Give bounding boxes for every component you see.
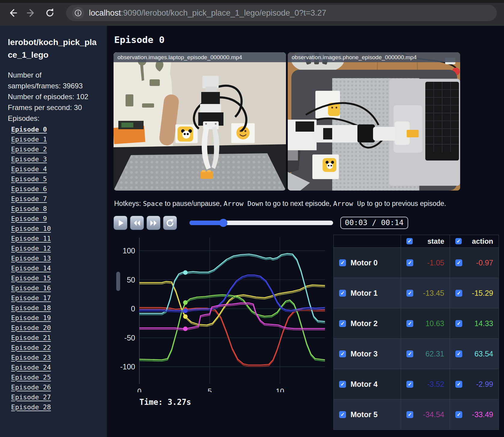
state-checkbox[interactable]: ✓	[406, 290, 413, 297]
episode-list-item: Episode 3	[8, 154, 100, 164]
state-checkbox[interactable]: ✓	[406, 411, 413, 418]
back-button[interactable]	[6, 6, 19, 20]
episode-link-episode-0[interactable]: Episode 0	[11, 126, 47, 133]
action-value: -33.49	[472, 410, 493, 419]
rewind-button[interactable]	[130, 216, 144, 230]
episode-link-episode-15[interactable]: Episode 15	[11, 274, 51, 282]
motor-label: Motor 2	[351, 319, 378, 328]
motor-checkbox[interactable]: ✓	[339, 320, 346, 327]
episode-link-episode-10[interactable]: Episode 10	[11, 225, 51, 232]
episode-link-episode-26[interactable]: Episode 26	[11, 384, 51, 391]
state-checkbox[interactable]: ✓	[406, 381, 413, 388]
state-checkbox[interactable]: ✓	[406, 259, 413, 266]
video-laptop-cam: observation.images.laptop_episode_000000…	[114, 52, 286, 191]
motor-label: Motor 3	[351, 350, 378, 358]
episode-link-episode-21[interactable]: Episode 21	[11, 334, 51, 341]
motor-checkbox[interactable]: ✓	[339, 381, 346, 388]
episode-link-episode-3[interactable]: Episode 3	[11, 155, 47, 163]
episode-list-item: Episode 28	[8, 402, 100, 412]
episode-link-episode-9[interactable]: Episode 9	[11, 215, 47, 222]
episode-list-item: Episode 20	[8, 323, 100, 333]
episode-link-episode-22[interactable]: Episode 22	[11, 344, 51, 351]
episode-link-episode-12[interactable]: Episode 12	[11, 245, 51, 252]
action-checkbox[interactable]: ✓	[455, 320, 462, 327]
slider-thumb[interactable]	[219, 219, 227, 227]
video-phone-cam: observation.images.phone_episode_000000.…	[288, 52, 460, 191]
episode-link-episode-20[interactable]: Episode 20	[11, 324, 51, 332]
action-checkbox[interactable]: ✓	[455, 411, 462, 418]
scrollbar-thumb[interactable]	[116, 272, 120, 291]
episode-list: Episode 0Episode 1Episode 2Episode 3Epis…	[8, 124, 100, 412]
motor-checkbox[interactable]: ✓	[339, 411, 346, 418]
action-checkbox[interactable]: ✓	[455, 259, 462, 266]
xtick-10: 10	[276, 387, 284, 392]
episode-list-item: Episode 16	[8, 283, 100, 293]
loop-button[interactable]	[163, 216, 177, 230]
dataset-info: Number of samples/frames: 39693 Number o…	[8, 70, 94, 124]
ytick-100: 100	[123, 246, 135, 255]
episode-link-episode-8[interactable]: Episode 8	[11, 205, 47, 212]
site-info-icon[interactable]	[72, 7, 84, 19]
episode-link-episode-25[interactable]: Episode 25	[11, 374, 51, 381]
current-time-dot-motor-4	[183, 309, 188, 313]
ytick--50: -50	[124, 334, 135, 342]
motor-row-motor-3: ✓Motor 3✓62.31✓63.54	[334, 339, 499, 369]
state-checkbox[interactable]: ✓	[406, 350, 413, 357]
time-display: 00:03 / 00:14	[340, 217, 408, 229]
episode-link-episode-13[interactable]: Episode 13	[11, 255, 51, 262]
motor-name-cell: ✓Motor 5	[334, 399, 401, 430]
action-column-checkbox[interactable]: ✓	[455, 238, 462, 244]
episode-link-episode-7[interactable]: Episode 7	[11, 195, 47, 203]
motor-checkbox[interactable]: ✓	[339, 290, 346, 297]
motor-name-cell: ✓Motor 1	[334, 278, 401, 308]
episode-link-episode-18[interactable]: Episode 18	[11, 304, 51, 312]
action-checkbox[interactable]: ✓	[455, 350, 462, 357]
episode-link-episode-6[interactable]: Episode 6	[11, 185, 47, 193]
current-time-dot-motor-2	[183, 300, 188, 305]
motor-checkbox[interactable]: ✓	[339, 259, 346, 266]
header-empty	[334, 235, 401, 248]
info-fps: Frames per second: 30	[8, 102, 94, 113]
action-value-cell: ✓-15.29	[450, 278, 499, 308]
state-column-checkbox[interactable]: ✓	[406, 238, 413, 244]
reload-button[interactable]	[43, 6, 56, 20]
episode-link-episode-14[interactable]: Episode 14	[11, 264, 51, 272]
action-checkbox[interactable]: ✓	[455, 381, 462, 388]
state-value: -34.54	[423, 410, 444, 419]
episode-link-episode-2[interactable]: Episode 2	[11, 145, 47, 153]
episode-link-episode-1[interactable]: Episode 1	[11, 136, 47, 143]
motor-row-motor-5: ✓Motor 5✓-34.54✓-33.49	[334, 399, 499, 430]
hotkey-arrow-up: Arrow Up	[333, 200, 365, 207]
episode-link-episode-19[interactable]: Episode 19	[11, 314, 51, 322]
address-bar[interactable]: localhost:9090/lerobot/koch_pick_place_1…	[66, 5, 497, 21]
sidebar: lerobot/koch_pick_place_1_lego Number of…	[0, 26, 107, 437]
episode-link-episode-27[interactable]: Episode 27	[11, 393, 51, 401]
episode-link-episode-16[interactable]: Episode 16	[11, 284, 51, 292]
current-time-dot-motor-3	[183, 270, 188, 275]
motor-row-motor-2: ✓Motor 2✓10.63✓14.33	[334, 308, 499, 339]
episode-link-episode-24[interactable]: Episode 24	[11, 364, 51, 371]
episode-list-item: Episode 13	[8, 253, 100, 263]
motor-checkbox[interactable]: ✓	[339, 350, 346, 357]
action-checkbox[interactable]: ✓	[455, 290, 462, 297]
hotkeys-mid2: to go to next episode,	[263, 200, 333, 207]
motor-chart: 100500-50-1000510	[114, 235, 327, 392]
seek-slider[interactable]	[190, 216, 333, 230]
play-button[interactable]	[114, 216, 127, 230]
episode-link-episode-4[interactable]: Episode 4	[11, 165, 47, 173]
action-value: 63.54	[474, 350, 493, 358]
forward-button[interactable]	[25, 6, 38, 20]
page-title: Episode 0	[114, 34, 504, 45]
episode-link-episode-11[interactable]: Episode 11	[11, 235, 51, 242]
motor-table-header: ✓ state ✓ action	[334, 235, 499, 248]
episode-link-episode-17[interactable]: Episode 17	[11, 294, 51, 302]
episode-link-episode-23[interactable]: Episode 23	[11, 354, 51, 361]
episode-link-episode-28[interactable]: Episode 28	[11, 403, 51, 411]
ytick-50: 50	[127, 276, 135, 284]
state-checkbox[interactable]: ✓	[406, 320, 413, 327]
reload-icon	[45, 8, 55, 18]
hotkeys-mid1: to pause/unpause,	[163, 200, 223, 207]
fast-forward-button[interactable]	[147, 216, 160, 230]
episode-list-item: Episode 14	[8, 263, 100, 273]
episode-link-episode-5[interactable]: Episode 5	[11, 175, 47, 183]
